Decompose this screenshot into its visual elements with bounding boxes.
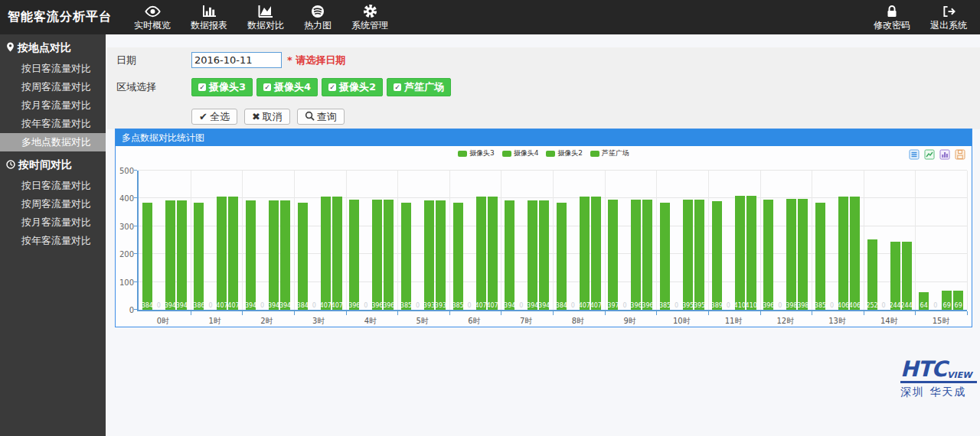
select-all-button[interactable]: ✔ 全选	[191, 109, 237, 125]
bar-摄像头2[interactable]: 69	[942, 171, 952, 310]
bar-芦笙广场[interactable]: 407	[332, 171, 342, 310]
bar-芦笙广场[interactable]: 394	[280, 171, 290, 310]
bar-芦笙广场[interactable]: 398	[798, 171, 808, 310]
nav-item-heatmap[interactable]: 热力图	[294, 0, 341, 34]
sidebar-item[interactable]: 按周客流量对比	[0, 78, 106, 96]
bar-摄像头2[interactable]: 395	[683, 171, 693, 310]
bar-摄像头4[interactable]: 0	[413, 171, 423, 310]
bar-芦笙广场[interactable]: 410	[746, 171, 756, 310]
bar-摄像头4[interactable]: 0	[568, 171, 578, 310]
nav-item-system[interactable]: 系统管理	[341, 0, 398, 34]
bar-摄像头4[interactable]: 0	[154, 171, 164, 310]
sidebar-item[interactable]: 按月客流量对比	[0, 213, 106, 232]
bar-摄像头4[interactable]: 0	[775, 171, 785, 310]
bar-芦笙广场[interactable]: 407	[488, 171, 498, 310]
bar-摄像头4[interactable]: 0	[619, 171, 629, 310]
bar-摄像头3[interactable]: 389	[712, 171, 722, 310]
sidebar-item[interactable]: 按周客流量对比	[0, 195, 106, 213]
bar-摄像头3[interactable]: 396	[763, 171, 773, 310]
legend-item[interactable]: 摄像头2	[546, 148, 583, 158]
nav-item-compare[interactable]: 数据对比	[237, 0, 294, 34]
nav-item-logout[interactable]: 退出系统	[920, 0, 977, 34]
bar-摄像头3[interactable]: 397	[608, 171, 618, 310]
bar-芦笙广场[interactable]: 393	[436, 171, 446, 310]
bar-摄像头3[interactable]: 384	[298, 171, 308, 310]
bar-芦笙广场[interactable]: 395	[694, 171, 704, 310]
bar-摄像头2[interactable]: 407	[321, 171, 331, 310]
bar-摄像头2[interactable]: 407	[476, 171, 486, 310]
bar-摄像头2[interactable]: 407	[580, 171, 590, 310]
toolbox-data-view-button[interactable]	[909, 148, 920, 159]
bar-芦笙广场[interactable]: 396	[642, 171, 652, 310]
sidebar-item[interactable]: 按月客流量对比	[0, 96, 106, 115]
bar-摄像头3[interactable]: 385	[453, 171, 463, 310]
bar-摄像头3[interactable]: 394	[505, 171, 514, 310]
search-icon	[305, 111, 315, 123]
bar-摄像头2[interactable]: 398	[786, 171, 796, 310]
region-toggle-2[interactable]: ✓摄像头2	[322, 78, 383, 96]
bar-芦笙广场[interactable]: 407	[228, 171, 238, 310]
toolbox-save-image-button[interactable]	[955, 148, 965, 159]
bar-芦笙广场[interactable]: 244	[902, 171, 912, 310]
bar-摄像头2[interactable]: 394	[528, 171, 537, 310]
bar-摄像头3[interactable]: 386	[194, 171, 204, 310]
bar-摄像头3[interactable]: 385	[815, 171, 825, 310]
bar-摄像头4[interactable]: 0	[516, 171, 526, 310]
bar-摄像头2[interactable]: 394	[165, 171, 175, 310]
toolbox-line-chart-button[interactable]	[924, 148, 935, 159]
bar-摄像头3[interactable]: 394	[246, 171, 256, 310]
nav-item-change-password[interactable]: 修改密码	[864, 0, 920, 34]
bar-摄像头3[interactable]: 384	[142, 171, 152, 310]
bar-摄像头4[interactable]: 0	[879, 171, 889, 310]
bar-芦笙广场[interactable]: 69	[953, 171, 963, 310]
bar-摄像头3[interactable]: 64	[919, 171, 929, 310]
cancel-button[interactable]: ✖ 取消	[244, 109, 290, 125]
bar-摄像头2[interactable]: 394	[269, 171, 279, 310]
region-toggle-3[interactable]: ✓芦笙广场	[387, 78, 451, 96]
toolbox-bar-chart-button[interactable]	[939, 148, 950, 159]
sidebar-item[interactable]: 多地点数据对比	[0, 133, 106, 151]
bar-摄像头3[interactable]: 396	[349, 171, 359, 310]
region-toggle-1[interactable]: ✓摄像头4	[256, 78, 318, 96]
bar-摄像头2[interactable]: 393	[424, 171, 434, 310]
bar-摄像头4[interactable]: 0	[827, 171, 837, 310]
bar-摄像头4[interactable]: 0	[930, 171, 940, 310]
legend-item[interactable]: 芦笙广场	[590, 148, 629, 158]
bar-芦笙广场[interactable]: 394	[177, 171, 187, 310]
bar-摄像头2[interactable]: 396	[631, 171, 641, 310]
sidebar-section-by-location[interactable]: 按地点对比	[0, 34, 106, 60]
query-button[interactable]: 查询	[297, 109, 345, 125]
bar-芦笙广场[interactable]: 396	[384, 171, 394, 310]
bar-摄像头4[interactable]: 0	[465, 171, 475, 310]
legend-item[interactable]: 摄像头3	[458, 148, 495, 158]
bar-摄像头2[interactable]: 244	[890, 171, 900, 310]
sidebar-item[interactable]: 按日客流量对比	[0, 177, 106, 195]
bar-摄像头4[interactable]: 0	[205, 171, 215, 310]
bar-摄像头2[interactable]: 406	[838, 171, 848, 310]
nav-item-reports[interactable]: 数据报表	[181, 0, 237, 34]
sidebar-item[interactable]: 按日客流量对比	[0, 60, 106, 78]
bar-摄像头4[interactable]: 0	[724, 171, 733, 310]
sidebar-item[interactable]: 按年客流量对比	[0, 232, 106, 250]
bar-摄像头4[interactable]: 0	[309, 171, 319, 310]
bar-芦笙广场[interactable]: 406	[850, 171, 860, 310]
sidebar-item[interactable]: 按年客流量对比	[0, 115, 106, 133]
sidebar-section-by-time[interactable]: 按时间对比	[0, 151, 106, 177]
bar-摄像头4[interactable]: 0	[671, 171, 681, 310]
bar-摄像头4[interactable]: 0	[361, 171, 371, 310]
bar-摄像头2[interactable]: 407	[217, 171, 227, 310]
nav-item-overview[interactable]: 实时概览	[124, 0, 181, 34]
legend-item[interactable]: 摄像头4	[502, 148, 539, 158]
bar-摄像头4[interactable]: 0	[257, 171, 267, 310]
bar-摄像头3[interactable]: 252	[867, 171, 877, 310]
bar-摄像头3[interactable]: 385	[660, 171, 670, 310]
bar-摄像头3[interactable]: 385	[401, 171, 411, 310]
legend-marker	[458, 151, 467, 157]
date-input[interactable]	[191, 52, 282, 68]
bar-摄像头2[interactable]: 410	[735, 171, 745, 310]
bar-摄像头3[interactable]: 384	[557, 171, 567, 310]
region-toggle-0[interactable]: ✓摄像头3	[191, 78, 253, 96]
bar-芦笙广场[interactable]: 407	[591, 171, 601, 310]
bar-芦笙广场[interactable]: 394	[539, 171, 549, 310]
bar-摄像头2[interactable]: 396	[372, 171, 382, 310]
